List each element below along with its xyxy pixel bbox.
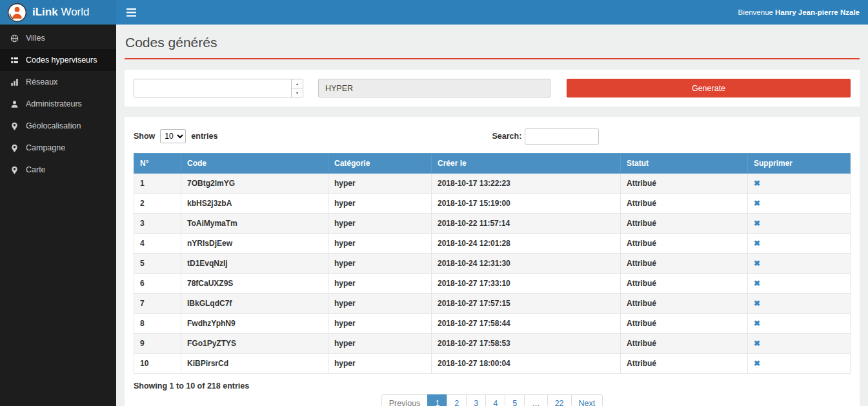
cell-created: 2018-10-27 17:57:15 — [432, 294, 621, 314]
app-title: iLink World — [32, 6, 89, 19]
cell-category: hyper — [328, 294, 432, 314]
column-header-creer-le[interactable]: Créer le — [432, 154, 621, 174]
delete-icon[interactable]: ✖ — [754, 179, 760, 188]
cell-created: 2018-10-22 11:57:14 — [432, 214, 621, 234]
cell-created: 2018-10-27 17:58:53 — [432, 334, 621, 354]
cell-code: tD1EvqNzIj — [181, 254, 328, 274]
cell-code: kbHS2j3zbA — [181, 194, 328, 214]
stepper-arrows[interactable]: ▲ ▼ — [291, 79, 303, 97]
user-icon — [10, 100, 19, 108]
generate-button[interactable]: Generate — [567, 79, 851, 97]
cell-delete: ✖ — [748, 334, 851, 354]
column-header-statut[interactable]: Statut — [621, 154, 748, 174]
delete-icon[interactable]: ✖ — [754, 219, 760, 228]
cell-status: Attribué — [621, 274, 748, 294]
codes-table: N°CodeCatégorieCréer leStatutSupprimer 1… — [134, 153, 851, 374]
cell-code: IBkGLqdC7f — [181, 294, 328, 314]
stepper-down-icon[interactable]: ▼ — [292, 88, 303, 97]
sidebar-item-campagne[interactable]: Campagne — [0, 137, 116, 159]
sidebar-item-geolocalisation[interactable]: Géolocalisation — [0, 115, 116, 137]
page-22[interactable]: 22 — [547, 394, 572, 406]
cell-delete: ✖ — [748, 294, 851, 314]
showing-entries-text: Showing 1 to 10 of 218 entries — [134, 381, 851, 391]
cell-num: 4 — [134, 234, 181, 254]
table-row: 7IBkGLqdC7fhyper2018-10-27 17:57:15Attri… — [134, 294, 851, 314]
pagination: Previous12345…22Next — [134, 394, 851, 406]
cell-num: 6 — [134, 274, 181, 294]
page-ellipsis[interactable]: … — [524, 394, 548, 406]
cell-delete: ✖ — [748, 194, 851, 214]
cell-num: 9 — [134, 334, 181, 354]
cell-category: hyper — [328, 234, 432, 254]
category-field[interactable] — [318, 79, 550, 97]
cell-status: Attribué — [621, 214, 748, 234]
user-name: Hanry Jean-pierre Nzale — [775, 8, 860, 16]
cell-num: 10 — [134, 354, 181, 374]
table-row: 5tD1EvqNzIjhyper2018-10-24 12:31:30Attri… — [134, 254, 851, 274]
cell-status: Attribué — [621, 354, 748, 374]
cell-status: Attribué — [621, 234, 748, 254]
list-icon — [10, 56, 19, 65]
signal-icon — [10, 78, 19, 86]
sidebar-toggle-button[interactable] — [116, 0, 146, 25]
globe-icon — [10, 34, 19, 43]
page-4[interactable]: 4 — [485, 394, 505, 406]
app-brand[interactable]: iLink World — [0, 0, 116, 25]
table-row: 3ToAiMymaTmhyper2018-10-22 11:57:14Attri… — [134, 214, 851, 234]
table-row: 8FwdhzYphN9hyper2018-10-27 17:58:44Attri… — [134, 314, 851, 334]
cell-created: 2018-10-27 17:33:10 — [432, 274, 621, 294]
delete-icon[interactable]: ✖ — [754, 259, 760, 268]
column-header-n[interactable]: N° — [134, 154, 181, 174]
sidebar-item-reseaux[interactable]: Réseaux — [0, 71, 116, 93]
sidebar-item-administrateurs[interactable]: Administrateurs — [0, 93, 116, 115]
page-previous[interactable]: Previous — [381, 394, 429, 406]
page-length-select[interactable]: 10 — [160, 129, 186, 143]
cell-created: 2018-10-17 15:19:00 — [432, 194, 621, 214]
entries-label: entries — [191, 132, 217, 141]
quantity-stepper[interactable]: ▲ ▼ — [134, 79, 303, 97]
cell-category: hyper — [328, 314, 432, 334]
cell-num: 3 — [134, 214, 181, 234]
cell-num: 8 — [134, 314, 181, 334]
cell-category: hyper — [328, 254, 432, 274]
column-header-code[interactable]: Code — [181, 154, 328, 174]
codes-table-header-row: N°CodeCatégorieCréer leStatutSupprimer — [134, 154, 851, 174]
sidebar-item-codes-hyperviseurs[interactable]: Codes hyperviseurs — [0, 49, 116, 71]
delete-icon[interactable]: ✖ — [754, 299, 760, 308]
column-header-supprimer[interactable]: Supprimer — [748, 154, 851, 174]
cell-category: hyper — [328, 194, 432, 214]
cell-delete: ✖ — [748, 254, 851, 274]
page-5[interactable]: 5 — [505, 394, 525, 406]
sidebar-item-carte[interactable]: Carte — [0, 159, 116, 181]
table-controls: Show 10 entries Search: — [134, 126, 851, 147]
search-input[interactable] — [525, 128, 599, 145]
cell-created: 2018-10-27 18:00:04 — [432, 354, 621, 374]
cell-created: 2018-10-24 12:01:28 — [432, 234, 621, 254]
cell-created: 2018-10-24 12:31:30 — [432, 254, 621, 274]
delete-icon[interactable]: ✖ — [754, 199, 760, 208]
delete-icon[interactable]: ✖ — [754, 359, 760, 368]
page-2[interactable]: 2 — [447, 394, 467, 406]
map-marker-icon — [10, 122, 19, 130]
delete-icon[interactable]: ✖ — [754, 279, 760, 288]
column-header-categorie[interactable]: Catégorie — [328, 154, 432, 174]
cell-status: Attribué — [621, 174, 748, 194]
quantity-input[interactable] — [134, 79, 291, 97]
stepper-up-icon[interactable]: ▲ — [292, 79, 303, 88]
cell-delete: ✖ — [748, 314, 851, 334]
delete-icon[interactable]: ✖ — [754, 339, 760, 348]
cell-code: KiBPirsrCd — [181, 354, 328, 374]
delete-icon[interactable]: ✖ — [754, 319, 760, 328]
cell-status: Attribué — [621, 254, 748, 274]
delete-icon[interactable]: ✖ — [754, 239, 760, 248]
page-1[interactable]: 1 — [427, 394, 447, 406]
page-3[interactable]: 3 — [466, 394, 486, 406]
cell-delete: ✖ — [748, 214, 851, 234]
table-row: 10KiBPirsrCdhyper2018-10-27 18:00:04Attr… — [134, 354, 851, 374]
cell-category: hyper — [328, 174, 432, 194]
sidebar-menu: VillesCodes hyperviseursRéseauxAdministr… — [0, 25, 116, 406]
cell-delete: ✖ — [748, 354, 851, 374]
sidebar-item-villes[interactable]: Villes — [0, 27, 116, 49]
page-next[interactable]: Next — [571, 394, 603, 406]
cell-category: hyper — [328, 334, 432, 354]
